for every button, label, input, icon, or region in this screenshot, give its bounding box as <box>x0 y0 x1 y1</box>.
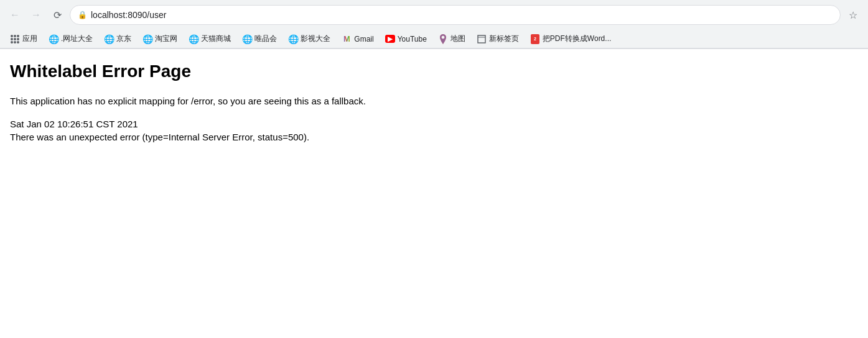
error-timestamp: Sat Jan 02 10:26:51 CST 2021 <box>10 119 858 129</box>
bookmark-label: 影视大全 <box>301 34 330 44</box>
bookmarks-bar: 应用 🌐 .网址大全 🌐 京东 🌐 淘宝网 🌐 天猫商城 🌐 唯品会 🌐 影视大… <box>0 30 868 48</box>
bookmark-youtube[interactable]: ▶ YouTube <box>380 32 432 46</box>
nav-bar: ← → ⟳ 🔒 localhost:8090/user ☆ <box>0 0 868 30</box>
pdf-icon: 2 <box>530 34 540 44</box>
error-details: There was an unexpected error (type=Inte… <box>10 132 858 142</box>
bookmark-label: 淘宝网 <box>155 34 177 44</box>
bookmark-label: 地图 <box>450 34 465 44</box>
error-description: This application has no explicit mapping… <box>10 94 858 109</box>
bookmark-jingdong[interactable]: 🌐 京东 <box>99 32 136 46</box>
page-content: Whitelabel Error Page This application h… <box>0 49 868 155</box>
bookmark-wangzhidaquan[interactable]: 🌐 .网址大全 <box>44 32 98 46</box>
bookmark-label: YouTube <box>398 35 427 43</box>
newtab-icon <box>477 34 487 44</box>
browser-chrome: ← → ⟳ 🔒 localhost:8090/user ☆ 应用 🌐 .网址大全 <box>0 0 868 49</box>
lock-icon: 🔒 <box>78 11 87 19</box>
bookmark-gmail[interactable]: M Gmail <box>337 32 378 46</box>
bookmark-label: 把PDF转换成Word... <box>543 34 611 44</box>
svg-rect-0 <box>478 35 485 43</box>
address-bar[interactable]: 🔒 localhost:8090/user <box>70 5 841 25</box>
globe-icon: 🌐 <box>189 34 198 44</box>
globe-icon: 🌐 <box>104 34 114 44</box>
bookmark-taobaowang[interactable]: 🌐 淘宝网 <box>138 32 182 46</box>
bookmark-weipinhui[interactable]: 🌐 唯品会 <box>237 32 282 46</box>
url-text: localhost:8090/user <box>91 10 833 20</box>
maps-icon <box>438 34 448 44</box>
bookmark-label: 天猫商城 <box>201 34 231 44</box>
bookmark-xinbiaoqianye[interactable]: 新标签页 <box>472 32 524 46</box>
error-title: Whitelabel Error Page <box>10 62 858 81</box>
reload-button[interactable]: ⟳ <box>49 6 66 24</box>
forward-button[interactable]: → <box>27 6 45 24</box>
globe-icon: 🌐 <box>142 34 152 44</box>
bookmark-label: 应用 <box>22 34 37 44</box>
youtube-icon: ▶ <box>385 34 395 44</box>
globe-icon: 🌐 <box>242 34 252 44</box>
bookmark-label: 京东 <box>116 34 131 44</box>
globe-icon: 🌐 <box>288 34 298 44</box>
bookmark-yingshidaquan[interactable]: 🌐 影视大全 <box>283 32 335 46</box>
gmail-icon: M <box>342 34 352 44</box>
bookmark-label: .网址大全 <box>61 34 93 44</box>
bookmark-pdfconvert[interactable]: 2 把PDF转换成Word... <box>525 32 616 46</box>
bookmark-label: 新标签页 <box>489 34 519 44</box>
bookmark-yingyong[interactable]: 应用 <box>5 32 42 46</box>
bookmark-label: 唯品会 <box>254 34 277 44</box>
bookmark-label: Gmail <box>354 35 373 43</box>
bookmark-tianmaoshangcheng[interactable]: 🌐 天猫商城 <box>184 32 236 46</box>
globe-icon: 🌐 <box>49 34 58 44</box>
bookmark-ditu[interactable]: 地图 <box>433 32 470 46</box>
back-button[interactable]: ← <box>6 6 24 24</box>
grid-icon <box>10 34 20 44</box>
bookmark-star-button[interactable]: ☆ <box>844 6 862 24</box>
